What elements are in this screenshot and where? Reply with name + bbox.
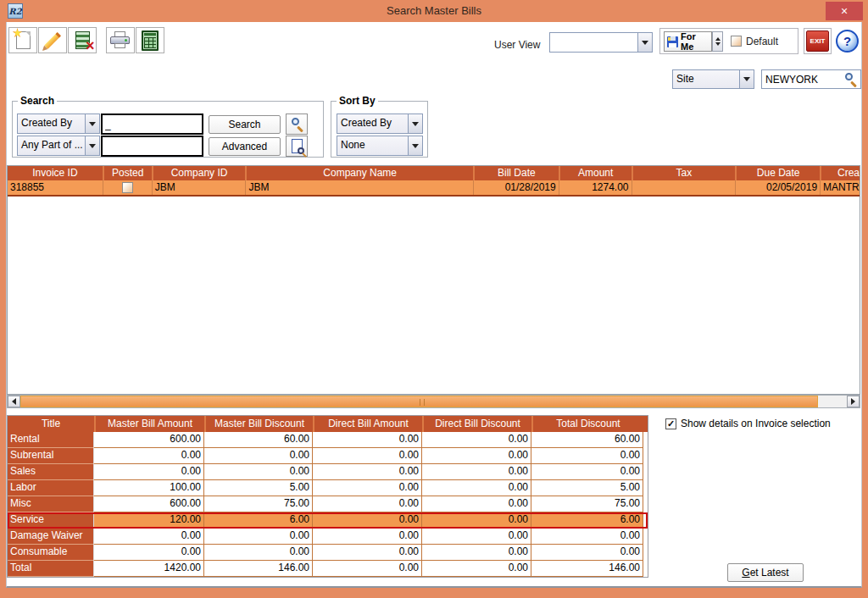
- detail-row-damage-waiver[interactable]: Damage Waiver 0.00 0.00 0.00 0.00 0.00: [8, 529, 648, 545]
- posted-checkbox[interactable]: [122, 182, 133, 193]
- column-header[interactable]: Due Date: [735, 166, 820, 180]
- scroll-left-button[interactable]: [8, 396, 20, 407]
- site-dropdown-button[interactable]: [739, 70, 754, 88]
- invoice-id-cell: 318855: [8, 180, 103, 195]
- detail-row-title: Subrental: [8, 448, 94, 464]
- detail-cell: 100.00: [94, 480, 204, 496]
- detail-row-sales[interactable]: Sales 0.00 0.00 0.00 0.00 0.00: [8, 464, 648, 480]
- save-icon: [667, 36, 678, 47]
- detail-row-title: Misc: [8, 496, 94, 512]
- created-by-cell: MANTRA: [820, 180, 860, 195]
- scroll-right-button[interactable]: [847, 396, 860, 407]
- detail-cell: 0.00: [204, 545, 313, 561]
- detail-row-consumable[interactable]: Consumable 0.00 0.00 0.00 0.00 0.00: [8, 545, 648, 561]
- close-button[interactable]: ×: [826, 2, 863, 20]
- column-header[interactable]: Posted: [103, 166, 152, 180]
- detail-row-title: Sales: [8, 464, 94, 480]
- column-header[interactable]: Bill Date: [473, 166, 559, 180]
- detail-cell: 0.00: [531, 448, 643, 464]
- user-view-dropdown[interactable]: [549, 32, 653, 53]
- close-icon: ×: [841, 4, 848, 18]
- new-record-button[interactable]: [8, 27, 37, 53]
- detail-row-misc[interactable]: Misc 600.00 75.00 0.00 0.00 75.00: [8, 496, 648, 512]
- sort-secondary-dropdown-button[interactable]: [408, 136, 422, 155]
- search-lookup-button[interactable]: [286, 114, 308, 135]
- print-button[interactable]: [106, 27, 135, 53]
- show-details-checkbox[interactable]: ✓: [665, 418, 676, 429]
- search-field-value: Created By: [18, 114, 85, 133]
- help-button[interactable]: ?: [836, 30, 859, 53]
- detail-cell: 0.00: [313, 432, 422, 448]
- sort-by-group: Sort By Created By None: [331, 101, 428, 158]
- column-header[interactable]: Tax: [632, 166, 736, 180]
- edit-record-button[interactable]: [38, 27, 67, 53]
- detail-cell: 0.00: [422, 480, 531, 496]
- column-header[interactable]: Amount: [559, 166, 632, 180]
- detail-row-total[interactable]: Total 1420.00 146.00 0.00 0.00 146.00: [8, 561, 648, 577]
- scrollbar-thumb[interactable]: [20, 396, 818, 407]
- search-input[interactable]: [101, 114, 203, 135]
- detail-row-service-selected[interactable]: Service 120.00 6.00 0.00 0.00 6.00: [8, 512, 648, 529]
- delete-record-button[interactable]: ×: [68, 27, 97, 53]
- horizontal-scrollbar[interactable]: [7, 395, 860, 408]
- column-header[interactable]: Company ID: [152, 166, 246, 180]
- default-checkbox[interactable]: [731, 36, 742, 47]
- chevron-down-icon: [743, 77, 750, 81]
- detail-row-labor[interactable]: Labor 100.00 5.00 0.00 0.00 5.00: [8, 480, 648, 496]
- detail-cell: 5.00: [531, 480, 643, 496]
- titlebar[interactable]: R2 Search Master Bills ×: [0, 0, 868, 22]
- advanced-search-button[interactable]: [286, 136, 308, 157]
- detail-row-rental[interactable]: Rental 600.00 60.00 0.00 0.00 60.00: [8, 432, 648, 448]
- user-view-dropdown-button[interactable]: [637, 33, 652, 52]
- sort-primary-dropdown-button[interactable]: [408, 114, 422, 133]
- detail-cell: 0.00: [94, 448, 204, 464]
- detail-row-title: Service: [8, 512, 94, 529]
- detail-cell: 0.00: [422, 496, 531, 512]
- get-latest-button[interactable]: Get Latest: [727, 563, 804, 582]
- invoice-row-selected[interactable]: 318855 JBM JBM 01/28/2019 1274.00 02/05/…: [8, 180, 860, 197]
- detail-cell: 0.00: [422, 432, 531, 448]
- due-date-cell: 02/05/2019: [735, 180, 820, 195]
- for-me-spinner[interactable]: [712, 31, 723, 52]
- detail-cell: 0.00: [313, 480, 422, 496]
- search-input-2[interactable]: [101, 136, 203, 157]
- detail-cell: 0.00: [313, 512, 422, 529]
- search-mode-dropdown-button[interactable]: [85, 136, 99, 155]
- export-grid-icon: [142, 30, 159, 51]
- detail-cell: 1420.00: [94, 561, 204, 577]
- exit-button-frame: EXIT: [804, 28, 832, 54]
- chevron-down-icon: [89, 144, 96, 148]
- search-group-legend: Search: [18, 95, 57, 107]
- column-header[interactable]: Crea: [820, 166, 860, 180]
- detail-cell: 0.00: [94, 529, 204, 545]
- detail-cell: 0.00: [313, 561, 422, 577]
- detail-row-title: Consumable: [8, 545, 94, 561]
- for-me-label: For Me: [681, 31, 709, 52]
- sort-secondary-dropdown[interactable]: None: [337, 136, 423, 156]
- search-mode-dropdown[interactable]: Any Part of ...: [17, 136, 100, 156]
- search-button[interactable]: Search: [209, 115, 281, 134]
- detail-cell: 0.00: [204, 464, 313, 480]
- chevron-down-icon: [89, 122, 96, 126]
- detail-cell: 6.00: [204, 512, 313, 529]
- advanced-button[interactable]: Advanced: [209, 137, 281, 156]
- site-dropdown[interactable]: Site: [672, 69, 754, 89]
- detail-cell: 0.00: [204, 529, 313, 545]
- search-icon[interactable]: [843, 73, 857, 86]
- detail-cell: 0.00: [422, 512, 531, 529]
- exit-button[interactable]: EXIT: [806, 30, 829, 52]
- detail-cell: 5.00: [204, 480, 313, 496]
- column-header[interactable]: Company Name: [245, 166, 472, 180]
- for-me-button[interactable]: For Me: [664, 31, 712, 52]
- export-button[interactable]: [136, 27, 164, 53]
- detail-row-subrental[interactable]: Subrental 0.00 0.00 0.00 0.00 0.00: [8, 448, 648, 464]
- search-field-dropdown[interactable]: Created By: [17, 114, 100, 134]
- search-field-dropdown-button[interactable]: [85, 114, 99, 133]
- arrow-left-icon: [12, 398, 16, 405]
- detail-cell: 6.00: [531, 512, 643, 529]
- column-header[interactable]: Invoice ID: [8, 166, 103, 180]
- detail-cell: 0.00: [313, 464, 422, 480]
- default-label: Default: [746, 36, 778, 47]
- sort-primary-dropdown[interactable]: Created By: [337, 114, 423, 134]
- site-search-field[interactable]: NEWYORK: [761, 69, 861, 89]
